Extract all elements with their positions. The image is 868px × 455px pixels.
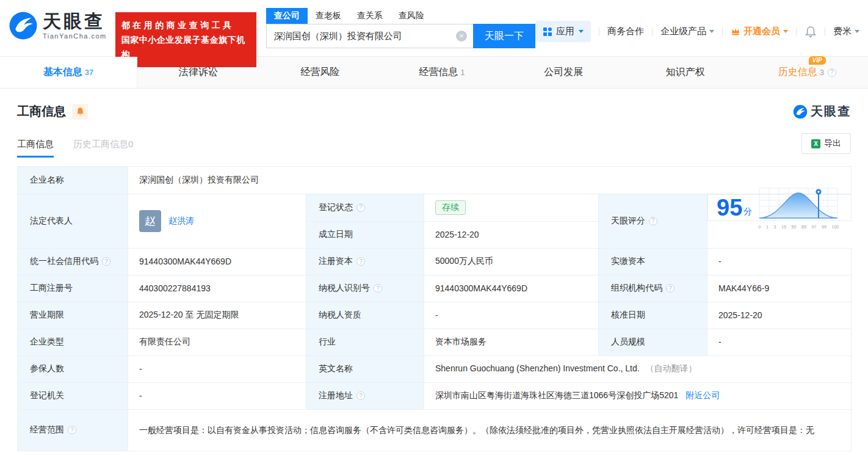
tab-history-info[interactable]: 历史信息 VIP 3 ? <box>747 57 868 88</box>
help-icon[interactable]: ? <box>356 257 365 266</box>
tab-label: 基本信息 <box>43 66 82 79</box>
org-code-value: MAK44Y66-9 <box>707 275 852 302</box>
help-icon[interactable]: ? <box>666 284 675 293</box>
clear-input-icon[interactable]: × <box>456 31 467 42</box>
notifications-button[interactable] <box>805 26 817 38</box>
help-icon[interactable]: ? <box>68 426 76 434</box>
tab-company-development[interactable]: 公司发展 <box>503 57 625 88</box>
tab-operation-risk[interactable]: 经营风险 <box>259 57 382 88</box>
help-icon[interactable]: ? <box>828 68 836 77</box>
score-axis-labels: 01 315 5085 9799 100 <box>758 225 839 229</box>
tab-label: 公司发展 <box>544 66 583 79</box>
search-input[interactable] <box>266 24 473 48</box>
english-name-value: Shenrun Guochuang (Shenzhen) Investment … <box>435 363 640 373</box>
search-tab-risk[interactable]: 查风险 <box>391 8 432 24</box>
score-value-cell: 95 分 <box>707 194 852 221</box>
table-row: 经营范围? 一般经营项目是：以自有资金从事投资活动；信息咨询服务（不含许可类信息… <box>18 409 852 451</box>
taxpayer-quality-label: 纳税人资质 <box>306 302 424 329</box>
nearby-companies-link[interactable]: 附近公司 <box>685 390 720 400</box>
search-button[interactable]: 天眼一下 <box>473 24 535 48</box>
auto-translate-note: （自动翻译） <box>646 363 697 373</box>
taxpayer-id-label: 纳税人识别号 <box>319 283 370 294</box>
help-icon[interactable]: ? <box>649 217 657 225</box>
business-scope-label: 经营范围 <box>30 424 64 435</box>
chevron-down-icon <box>783 30 788 33</box>
tab-count: 3 <box>820 68 824 77</box>
company-nav-tabs: 基本信息 37 法律诉讼 经营风险 经营信息 1 公司发展 知识产权 历史信息 … <box>0 57 868 89</box>
export-button[interactable]: X 导出 <box>801 133 851 154</box>
tianyancha-logo-icon <box>9 11 38 40</box>
help-icon[interactable]: ? <box>356 391 365 400</box>
company-name-label: 企业名称 <box>18 167 128 194</box>
help-icon[interactable]: ? <box>374 284 382 293</box>
help-icon[interactable]: ? <box>356 203 365 212</box>
reg-number-label: 工商注册号 <box>18 275 128 302</box>
legal-rep-cell: 赵 赵洪涛 <box>128 194 306 249</box>
subtab-history-business-info[interactable]: 历史工商信息0 <box>73 139 133 158</box>
divider <box>825 27 825 36</box>
reg-capital-label: 注册资本 <box>319 256 353 267</box>
logo-text: 天眼查 TianYanCha.com <box>43 12 107 40</box>
company-type-value: 有限责任公司 <box>128 329 306 355</box>
reg-authority-label: 登记机关 <box>18 382 128 409</box>
address-value: 深圳市南山区粤海街道海珠社区海德三道1066号深创投广场5201 <box>435 390 678 400</box>
business-scope-value: 一般经营项目是：以自有资金从事投资活动；信息咨询服务（不含许可类信息咨询服务）。… <box>128 409 852 451</box>
tab-label: 知识产权 <box>666 66 705 79</box>
industry-value: 资本市场服务 <box>424 329 599 355</box>
search-tab-company[interactable]: 查公司 <box>266 8 308 24</box>
business-scope-label-cell: 经营范围? <box>18 409 128 451</box>
taxpayer-id-value: 91440300MAK44Y669D <box>424 275 599 302</box>
tab-operation-info[interactable]: 经营信息 1 <box>381 57 503 88</box>
reg-status-label: 登记状态 <box>319 202 353 213</box>
table-row: 营业期限 2025-12-20 至 无固定期限 纳税人资质 - 核准日期 202… <box>18 302 852 329</box>
apps-menu[interactable]: 应用 <box>535 21 591 42</box>
search-tabs: 查公司 查老板 查关系 查风险 <box>266 7 535 24</box>
tab-label: 法律诉讼 <box>179 66 218 79</box>
help-icon[interactable]: ? <box>102 257 110 266</box>
enterprise-products-menu[interactable]: 企业级产品 <box>660 26 714 37</box>
staff-size-label: 人员规模 <box>599 329 707 355</box>
subtab-business-info[interactable]: 工商信息 <box>17 139 54 158</box>
export-label: 导出 <box>824 138 841 149</box>
address-label-cell: 注册地址? <box>306 382 424 409</box>
business-info-table: 企业名称 深润国创（深圳）投资有限公司 法定代表人 赵 赵洪涛 登记状态 ? 存… <box>17 166 852 451</box>
uscc-value: 91440300MAK44Y669D <box>128 248 306 275</box>
tianyancha-logo[interactable]: 天眼查 TianYanCha.com <box>9 11 107 40</box>
tianyancha-watermark: 天眼查 <box>793 103 851 120</box>
business-cooperation-link[interactable]: 商务合作 <box>607 26 644 37</box>
open-vip-menu[interactable]: 开通会员 <box>731 26 788 37</box>
banner-line-1: 都在用的商业查询工具 <box>121 18 250 32</box>
uscc-label: 统一社会信用代码 <box>30 256 98 267</box>
legal-rep-name-link[interactable]: 赵洪涛 <box>168 216 194 227</box>
score-unit: 分 <box>743 206 752 217</box>
monitor-bell-button[interactable] <box>72 104 88 120</box>
avatar[interactable]: 赵 <box>139 210 161 232</box>
chevron-down-icon <box>709 30 714 33</box>
search-tab-relation[interactable]: 查关系 <box>349 8 391 24</box>
tab-basic-info[interactable]: 基本信息 37 <box>0 57 137 88</box>
est-date-label: 成立日期 <box>306 221 424 248</box>
reg-status-value: 存续 <box>424 194 599 222</box>
search-tab-boss[interactable]: 查老板 <box>308 8 349 24</box>
address-cell: 深圳市南山区粤海街道海珠社区海德三道1066号深创投广场5201 附近公司 <box>424 382 852 409</box>
tab-label: 经营风险 <box>300 66 339 79</box>
table-row: 法定代表人 赵 赵洪涛 登记状态 ? 存续 天眼评分 ? <box>18 194 852 222</box>
business-term-label: 营业期限 <box>18 302 128 329</box>
tab-intellectual-property[interactable]: 知识产权 <box>624 57 747 88</box>
tab-legal-proceedings[interactable]: 法律诉讼 <box>137 57 259 88</box>
reg-status-label-cell: 登记状态 ? <box>306 194 424 222</box>
vip-crown-icon <box>731 27 740 37</box>
divider <box>599 27 599 36</box>
org-code-label: 组织机构代码 <box>611 283 662 294</box>
est-date-value: 2025-12-20 <box>424 221 599 248</box>
user-menu[interactable]: 费米 <box>833 26 859 37</box>
tab-label: 历史信息 <box>778 66 817 79</box>
reg-capital-value: 50000万人民币 <box>424 248 599 275</box>
header-right-nav: 应用 商务合作 企业级产品 开通会员 费米 <box>535 21 859 42</box>
approval-date-value: 2025-12-20 <box>707 302 852 329</box>
english-name-cell: Shenrun Guochuang (Shenzhen) Investment … <box>424 355 852 382</box>
uscc-label-cell: 统一社会信用代码? <box>18 248 128 275</box>
company-type-label: 企业类型 <box>18 329 128 355</box>
chevron-down-icon <box>855 30 859 33</box>
vip-badge: VIP <box>809 56 826 65</box>
